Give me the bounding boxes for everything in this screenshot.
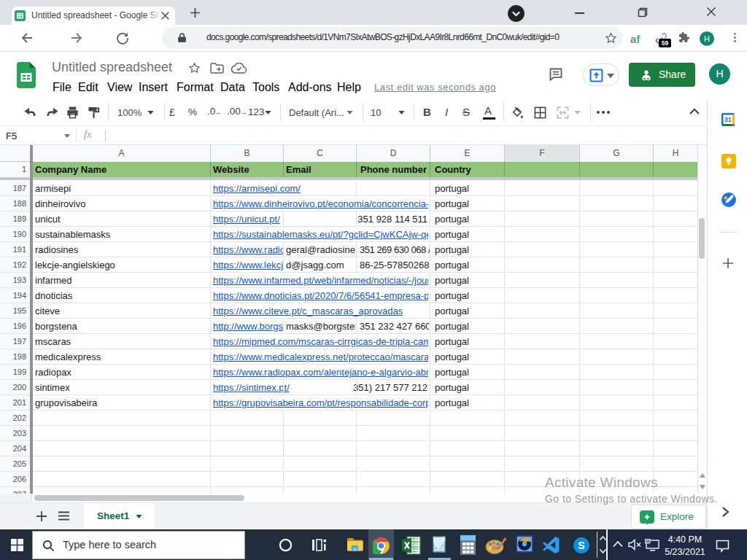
svg-text:31: 31 — [724, 116, 732, 123]
svg-text:S: S — [578, 540, 584, 551]
